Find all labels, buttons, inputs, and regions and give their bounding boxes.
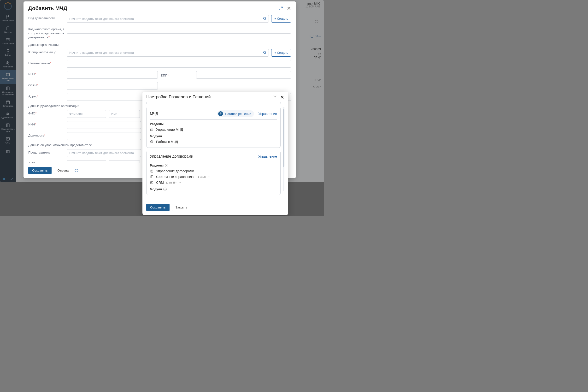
legal-entity-input[interactable] bbox=[67, 49, 269, 56]
popup-header: Настройка Разделов и Решений ? bbox=[142, 92, 288, 102]
org-name-input[interactable] bbox=[67, 60, 291, 68]
sections-settings-popup: Настройка Разделов и Решений ? МЧД ₽ Пла… bbox=[142, 92, 288, 215]
modules-label: Модули + bbox=[150, 187, 277, 191]
scrollbar-thumb[interactable] bbox=[283, 109, 284, 167]
label-head-inn: ИНН* bbox=[28, 121, 67, 127]
create-legal-button[interactable]: + Создать bbox=[271, 49, 291, 56]
ogrn-input[interactable] bbox=[67, 82, 158, 90]
label-rep-fio: ФИО* bbox=[28, 160, 67, 163]
svg-point-25 bbox=[151, 182, 152, 183]
section-row[interactable]: CRM (1 из 35) bbox=[150, 180, 277, 186]
kpp-input[interactable] bbox=[196, 71, 291, 79]
representative-input[interactable] bbox=[67, 149, 141, 157]
label-name: Наименование* bbox=[28, 60, 67, 66]
popup-title: Настройка Разделов и Решений bbox=[146, 94, 211, 100]
paid-chip: ₽ Платное решение bbox=[217, 110, 254, 117]
label-type: Вид доверенности bbox=[28, 15, 67, 20]
card-prev-edge bbox=[146, 102, 281, 104]
add-module-icon[interactable]: + bbox=[163, 188, 167, 191]
help-icon[interactable]: ? bbox=[273, 95, 277, 99]
card-contracts: Управление договорами Управление Разделы… bbox=[146, 151, 281, 195]
svg-point-17 bbox=[264, 17, 266, 20]
popup-body: МЧД ₽ Платное решение Управление Разделы… bbox=[142, 102, 288, 200]
label-legal: Юридическое лицо bbox=[28, 49, 67, 54]
head-inn-input[interactable] bbox=[67, 121, 141, 129]
popup-footer: Сохранить Закрыть bbox=[142, 200, 288, 215]
svg-point-18 bbox=[264, 51, 266, 53]
type-input[interactable] bbox=[67, 15, 269, 22]
create-type-button[interactable]: + Создать bbox=[271, 15, 291, 22]
contract-icon bbox=[150, 169, 154, 173]
close-icon[interactable] bbox=[280, 95, 284, 99]
position-input[interactable] bbox=[67, 132, 141, 140]
section-row[interactable]: Системные справочники (1 из 3) bbox=[150, 174, 277, 180]
puzzle-icon bbox=[150, 140, 154, 144]
close-icon[interactable] bbox=[287, 6, 291, 10]
box-icon bbox=[150, 128, 154, 132]
card-title: МЧД bbox=[150, 112, 158, 116]
manage-link[interactable]: Управление bbox=[258, 112, 277, 116]
save-button[interactable]: Сохранить bbox=[28, 167, 51, 174]
lastname-input[interactable] bbox=[67, 110, 106, 118]
chevron-down-icon[interactable] bbox=[208, 176, 211, 178]
settings-gear-icon[interactable] bbox=[74, 169, 78, 172]
svg-rect-24 bbox=[151, 181, 153, 184]
svg-rect-23 bbox=[151, 176, 153, 178]
search-icon[interactable] bbox=[263, 16, 267, 21]
label-fio: ФИО* bbox=[28, 110, 67, 116]
modal-header: Добавить МЧД bbox=[23, 2, 296, 14]
label-rep: Представитель bbox=[28, 149, 67, 155]
svg-rect-22 bbox=[151, 170, 153, 172]
svg-rect-21 bbox=[151, 129, 153, 131]
expand-icon[interactable] bbox=[279, 6, 283, 10]
cancel-button[interactable]: Отмена bbox=[54, 167, 72, 174]
manage-link[interactable]: Управление bbox=[258, 154, 277, 158]
rep-lastname-input[interactable] bbox=[67, 160, 106, 163]
section-row: Управление договорами bbox=[150, 168, 277, 174]
sections-label: Разделы bbox=[150, 122, 277, 126]
modal-title: Добавить МЧД bbox=[28, 5, 67, 12]
firstname-input[interactable] bbox=[109, 110, 140, 118]
tax-code-input[interactable] bbox=[67, 26, 291, 34]
search-icon[interactable] bbox=[263, 50, 267, 55]
rep-firstname-input[interactable] bbox=[109, 160, 140, 163]
section-org: Данные организации bbox=[28, 43, 291, 46]
label-tax-code: Код налогового органа, в который предста… bbox=[28, 26, 67, 40]
label-address: Адрес* bbox=[28, 93, 67, 98]
sections-label: Разделы + bbox=[150, 164, 277, 167]
card-mchd: МЧД ₽ Платное решение Управление Разделы… bbox=[146, 107, 281, 148]
label-kpp: КПП* bbox=[161, 72, 169, 77]
popup-close-button[interactable]: Закрыть bbox=[172, 204, 191, 211]
add-section-icon[interactable]: + bbox=[165, 164, 168, 167]
section-row: Управление МЧД bbox=[150, 127, 277, 132]
book-icon bbox=[150, 175, 154, 179]
label-position: Должность* bbox=[28, 132, 67, 138]
ruble-icon: ₽ bbox=[218, 111, 223, 116]
label-inn: ИНН* bbox=[28, 71, 67, 76]
svg-point-20 bbox=[76, 170, 77, 171]
inn-input[interactable] bbox=[67, 71, 158, 79]
card-title: Управление договорами bbox=[150, 154, 193, 158]
label-ogrn: ОГРН* bbox=[28, 82, 67, 88]
modules-label: Модули bbox=[150, 134, 277, 138]
scrollbar[interactable] bbox=[283, 107, 284, 191]
chevron-down-icon[interactable] bbox=[179, 181, 181, 184]
module-row: Работа с МЧД bbox=[150, 139, 277, 145]
crm-icon bbox=[150, 181, 154, 184]
popup-save-button[interactable]: Сохранить bbox=[146, 204, 169, 211]
